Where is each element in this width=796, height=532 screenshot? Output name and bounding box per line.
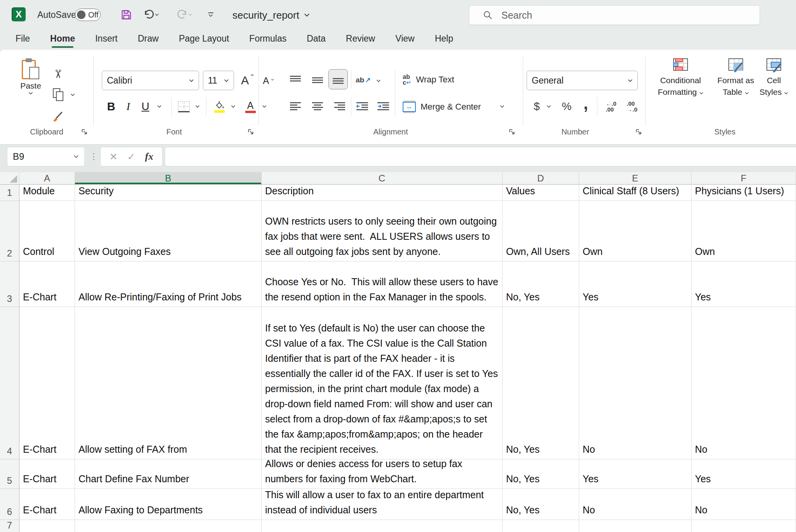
- name-box[interactable]: B9: [7, 147, 85, 166]
- cell-b1[interactable]: Security: [75, 185, 262, 201]
- decrease-font-size-button[interactable]: A⌄: [260, 72, 278, 89]
- clipboard-dialog-launcher[interactable]: [81, 128, 89, 136]
- cut-button[interactable]: ✂: [51, 66, 66, 82]
- cell-f7[interactable]: [691, 520, 796, 532]
- copy-button[interactable]: [52, 87, 66, 103]
- middle-align-button[interactable]: [308, 72, 327, 89]
- row-header-1[interactable]: 1: [0, 185, 19, 201]
- increase-indent-button[interactable]: [374, 98, 393, 115]
- number-format-select[interactable]: General: [527, 71, 638, 90]
- bold-button[interactable]: B: [104, 97, 118, 116]
- cancel-icon[interactable]: ✕: [109, 151, 117, 162]
- cell-a4[interactable]: E-Chart: [19, 307, 75, 459]
- tab-data[interactable]: Data: [307, 30, 326, 49]
- cell-a6[interactable]: E-Chart: [19, 489, 75, 520]
- tab-home[interactable]: Home: [50, 30, 75, 49]
- cell-c1[interactable]: Description: [262, 185, 503, 201]
- bottom-align-button[interactable]: [328, 69, 348, 89]
- tab-draw[interactable]: Draw: [138, 30, 159, 49]
- cell-e5[interactable]: Yes: [579, 459, 691, 489]
- tab-insert[interactable]: Insert: [95, 30, 118, 49]
- orientation-button[interactable]: ab: [354, 72, 372, 89]
- format-painter-button[interactable]: [50, 108, 67, 124]
- cell-a5[interactable]: E-Chart: [19, 459, 75, 489]
- column-header-a[interactable]: A: [19, 172, 75, 185]
- row-header-6[interactable]: 6: [0, 489, 19, 520]
- row-header-4[interactable]: 4: [0, 307, 19, 459]
- cell-a3[interactable]: E-Chart: [19, 262, 75, 307]
- cell-a7[interactable]: [19, 520, 75, 532]
- select-all-corner[interactable]: [0, 172, 19, 185]
- row-header-2[interactable]: 2: [0, 201, 19, 262]
- cell-c5[interactable]: Allows or denies access for users to set…: [262, 459, 503, 489]
- accounting-dropdown-button[interactable]: [544, 102, 553, 111]
- cell-e2[interactable]: Own: [579, 201, 691, 262]
- column-header-b[interactable]: B: [75, 172, 262, 185]
- number-dialog-launcher[interactable]: [635, 128, 643, 136]
- borders-button[interactable]: [177, 100, 191, 113]
- cell-f5[interactable]: Yes: [691, 459, 796, 489]
- cell-e3[interactable]: Yes: [579, 262, 691, 307]
- align-right-button[interactable]: [330, 98, 349, 115]
- cell-f6[interactable]: No: [691, 489, 796, 520]
- copy-dropdown-button[interactable]: [68, 90, 77, 99]
- cell-c2[interactable]: OWN restricts users to only seeing their…: [262, 201, 503, 262]
- align-center-button[interactable]: [308, 98, 327, 115]
- merge-center-button[interactable]: ↔ Merge & Center: [403, 98, 481, 116]
- cell-c6[interactable]: This will allow a user to fax to an enti…: [262, 489, 503, 520]
- cell-a2[interactable]: Control: [19, 201, 75, 262]
- top-align-button[interactable]: [286, 72, 305, 89]
- underline-button[interactable]: U: [138, 97, 152, 116]
- row-header-5[interactable]: 5: [0, 459, 19, 489]
- column-header-f[interactable]: F: [691, 172, 796, 185]
- percent-style-button[interactable]: %: [559, 97, 574, 116]
- decrease-decimal-button[interactable]: .00→.0: [623, 98, 641, 115]
- fill-color-dropdown-button[interactable]: [229, 102, 238, 111]
- cell-b4[interactable]: Allow setting of FAX from: [75, 307, 262, 459]
- cell-d3[interactable]: No, Yes: [503, 262, 579, 307]
- search-input[interactable]: Search: [469, 5, 760, 25]
- cell-d6[interactable]: No, Yes: [503, 489, 579, 520]
- cell-d2[interactable]: Own, All Users: [503, 201, 579, 262]
- comma-style-button[interactable]: ,: [581, 94, 591, 113]
- underline-dropdown-button[interactable]: [155, 102, 164, 111]
- customize-quick-access-button[interactable]: [203, 8, 218, 22]
- italic-button[interactable]: I: [122, 97, 134, 116]
- row-header-7[interactable]: 7: [0, 520, 19, 532]
- wrap-text-button[interactable]: abc↵ Wrap Text: [403, 71, 454, 89]
- document-title[interactable]: security_report: [232, 9, 310, 22]
- cell-styles-button[interactable]: Cell Styles: [752, 58, 795, 98]
- font-color-dropdown-button[interactable]: [260, 102, 269, 111]
- cell-f4[interactable]: No: [691, 307, 796, 459]
- cell-c4[interactable]: If set to Yes (default is No) the user c…: [262, 307, 503, 459]
- cell-e4[interactable]: No: [579, 307, 691, 459]
- cell-b3[interactable]: Allow Re-Printing/Faxing of Print Jobs: [75, 262, 262, 307]
- tab-review[interactable]: Review: [346, 30, 375, 49]
- borders-dropdown-button[interactable]: [193, 102, 202, 111]
- font-color-button[interactable]: A: [243, 97, 258, 116]
- cell-c3[interactable]: Choose Yes or No. This will allow these …: [262, 262, 503, 307]
- cell-e6[interactable]: No: [579, 489, 691, 520]
- cell-d5[interactable]: No, Yes: [503, 459, 579, 489]
- cell-b5[interactable]: Chart Define Fax Number: [75, 459, 262, 489]
- cell-b6[interactable]: Allow Faxing to Departments: [75, 489, 262, 520]
- paste-button[interactable]: Paste: [14, 58, 47, 95]
- cell-b2[interactable]: View Outgoing Faxes: [75, 201, 262, 262]
- cell-d7[interactable]: [503, 520, 579, 532]
- cell-a1[interactable]: Module: [19, 185, 75, 201]
- insert-function-icon[interactable]: fx: [145, 151, 154, 162]
- cell-f1[interactable]: Physicians (1 Users): [691, 185, 796, 201]
- cell-e1[interactable]: Clinical Staff (8 Users): [579, 185, 691, 201]
- decrease-indent-button[interactable]: [353, 98, 372, 115]
- tab-page-layout[interactable]: Page Layout: [179, 30, 229, 49]
- font-dialog-launcher[interactable]: [247, 128, 255, 136]
- save-button[interactable]: [119, 8, 134, 22]
- accounting-format-button[interactable]: $: [531, 97, 543, 116]
- font-name-select[interactable]: Calibri: [102, 71, 199, 90]
- formula-bar-resize-handle[interactable]: ⋮: [90, 147, 97, 166]
- increase-font-size-button[interactable]: A⌃: [238, 72, 258, 89]
- increase-decimal-button[interactable]: ←.0.00: [602, 98, 620, 115]
- autosave-toggle[interactable]: Off: [75, 9, 101, 21]
- alignment-dialog-launcher[interactable]: [508, 128, 516, 136]
- cell-b7[interactable]: [75, 520, 262, 532]
